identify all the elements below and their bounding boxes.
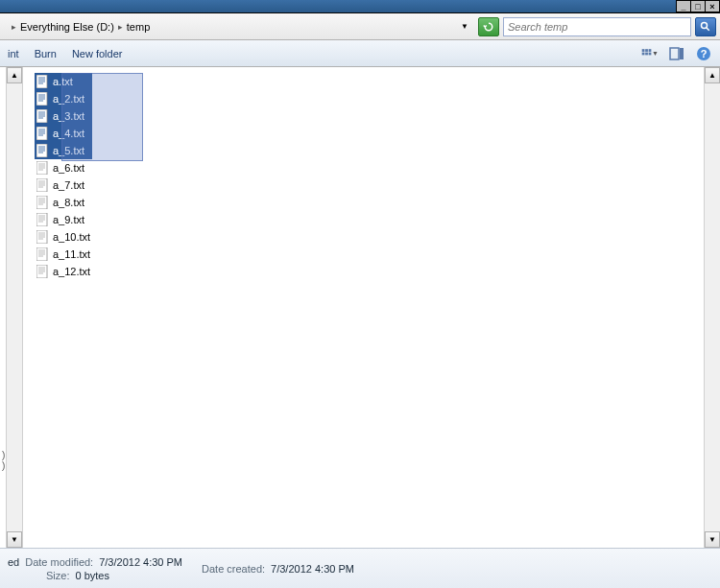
- new-folder-menu[interactable]: New folder: [72, 48, 123, 59]
- status-bar: ed Date modified: 7/3/2012 4:30 PM Size:…: [0, 548, 720, 588]
- svg-rect-6: [645, 52, 648, 55]
- scroll-up-icon[interactable]: ▲: [705, 67, 720, 83]
- breadcrumb[interactable]: ▸ Everything Else (D:) ▸ temp: [4, 17, 451, 36]
- text-file-icon: [36, 178, 49, 192]
- breadcrumb-arrow-icon: ▸: [8, 22, 20, 32]
- text-file-icon: [36, 213, 49, 226]
- refresh-button[interactable]: [478, 17, 499, 36]
- svg-rect-9: [680, 48, 684, 59]
- file-name: a_10.txt: [53, 231, 90, 243]
- status-date-modified-label: Date modified:: [25, 556, 93, 568]
- file-item[interactable]: a_8.txt: [35, 194, 92, 211]
- file-name: a_8.txt: [53, 197, 84, 208]
- burn-menu[interactable]: Burn: [35, 48, 57, 59]
- file-item[interactable]: a_4.txt: [35, 125, 92, 142]
- content-scrollbar[interactable]: ▲ ▼: [704, 67, 720, 548]
- nav-scrollbar[interactable]: ▲ ▼: [6, 67, 22, 548]
- file-item[interactable]: a_11.txt: [35, 246, 92, 263]
- refresh-icon: [483, 21, 494, 33]
- file-name: a_2.txt: [53, 93, 84, 105]
- preview-pane-icon: [669, 46, 684, 61]
- file-item[interactable]: a_3.txt: [35, 107, 92, 125]
- file-item[interactable]: a_7.txt: [35, 176, 92, 194]
- file-name: a_12.txt: [53, 266, 90, 277]
- file-item[interactable]: a.txt: [35, 73, 92, 90]
- scroll-up-icon[interactable]: ▲: [7, 67, 22, 83]
- navigation-pane: )) ▲ ▼: [0, 67, 23, 548]
- file-item[interactable]: a_5.txt: [35, 142, 92, 159]
- help-button[interactable]: ?: [695, 45, 712, 62]
- view-icon: [641, 46, 652, 61]
- file-item[interactable]: a_9.txt: [35, 211, 92, 228]
- main-area: )) ▲ ▼ a.txta_2.txta_3.txta_4.txta_5.txt…: [0, 67, 720, 548]
- svg-rect-4: [649, 49, 652, 52]
- text-file-icon: [36, 109, 49, 123]
- minimize-button[interactable]: _: [676, 0, 691, 12]
- file-name: a_9.txt: [53, 214, 84, 225]
- file-name: a_3.txt: [53, 110, 84, 122]
- svg-rect-2: [642, 49, 645, 52]
- svg-rect-5: [642, 52, 645, 55]
- text-file-icon: [36, 196, 49, 209]
- text-file-icon: [36, 230, 49, 244]
- text-file-icon: [36, 161, 49, 175]
- search-box[interactable]: [503, 17, 691, 36]
- status-date-modified: 7/3/2012 4:30 PM: [99, 556, 182, 568]
- file-item[interactable]: a_6.txt: [35, 159, 92, 176]
- svg-rect-8: [670, 48, 679, 59]
- file-name: a_6.txt: [53, 162, 84, 174]
- file-item[interactable]: a_2.txt: [35, 90, 92, 107]
- view-button[interactable]: ▼: [641, 45, 659, 62]
- close-button[interactable]: ×: [705, 0, 720, 12]
- breadcrumb-drive[interactable]: Everything Else (D:): [20, 21, 114, 33]
- file-name: a_11.txt: [53, 248, 90, 260]
- status-date-created-label: Date created:: [202, 563, 265, 575]
- nav-collapse-nodes[interactable]: )): [2, 450, 5, 471]
- status-size: 0 bytes: [75, 570, 108, 581]
- text-file-icon: [36, 144, 49, 157]
- search-button[interactable]: [695, 17, 716, 36]
- file-name: a.txt: [53, 76, 73, 87]
- text-file-icon: [36, 265, 49, 278]
- address-dropdown-icon[interactable]: ▼: [455, 22, 474, 31]
- svg-rect-7: [649, 52, 652, 55]
- address-bar: ▸ Everything Else (D:) ▸ temp ▼: [0, 13, 720, 40]
- text-file-icon: [36, 247, 49, 261]
- file-list[interactable]: a.txta_2.txta_3.txta_4.txta_5.txta_6.txt…: [23, 67, 704, 548]
- svg-point-0: [702, 22, 708, 28]
- text-file-icon: [36, 92, 49, 106]
- file-name: a_5.txt: [53, 145, 84, 156]
- help-icon: ?: [696, 46, 711, 61]
- chevron-down-icon: ▼: [652, 50, 659, 57]
- file-item[interactable]: a_10.txt: [35, 228, 92, 246]
- preview-pane-button[interactable]: [668, 45, 685, 62]
- maximize-button[interactable]: □: [690, 0, 706, 12]
- status-ed: ed: [8, 556, 19, 568]
- status-date-created: 7/3/2012 4:30 PM: [271, 563, 354, 575]
- status-size-label: Size:: [46, 570, 69, 581]
- search-icon: [700, 21, 711, 33]
- file-name: a_7.txt: [53, 179, 84, 191]
- search-input[interactable]: [508, 21, 686, 33]
- toolbar: int Burn New folder ▼ ?: [0, 40, 720, 67]
- svg-rect-3: [645, 49, 648, 52]
- file-name: a_4.txt: [53, 128, 84, 139]
- window-titlebar: _ □ ×: [0, 0, 720, 13]
- svg-text:?: ?: [701, 48, 708, 59]
- print-menu[interactable]: int: [8, 48, 19, 59]
- file-item[interactable]: a_12.txt: [35, 263, 92, 280]
- scroll-down-icon[interactable]: ▼: [7, 531, 22, 548]
- breadcrumb-arrow-icon: ▸: [114, 22, 127, 32]
- breadcrumb-folder[interactable]: temp: [127, 21, 150, 33]
- text-file-icon: [36, 75, 49, 88]
- scroll-down-icon[interactable]: ▼: [705, 531, 720, 548]
- text-file-icon: [36, 127, 49, 140]
- svg-line-1: [707, 27, 709, 30]
